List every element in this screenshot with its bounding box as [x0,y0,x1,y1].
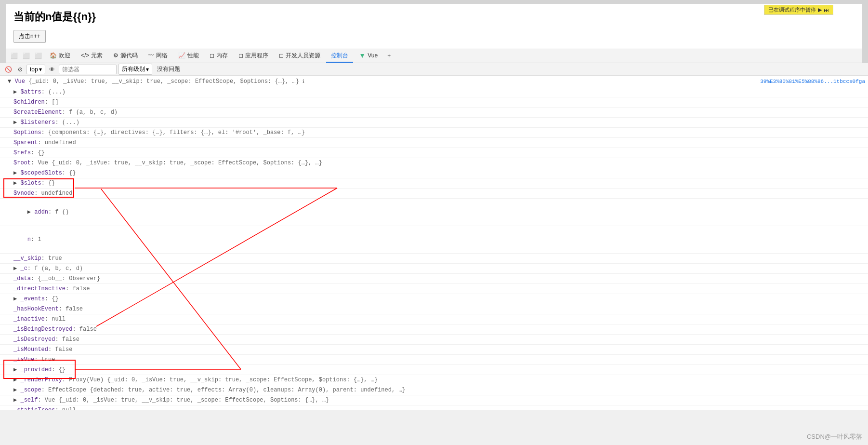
tab-performance[interactable]: 📈 性能 [173,50,204,63]
tab-sources[interactable]: ⚙ 源代码 [108,50,143,63]
debugger-text: 已在调试程序中暂停 [768,6,816,13]
page-content: 已在调试程序中暂停 ▶ ⏭ 当前的n值是{{n}} 点击n++ [6,4,862,49]
console-content[interactable]: ▼ Vue {_uid: 0, _isVue: true, __v_skip: … [0,76,868,410]
tab-devresources[interactable]: ◻ 开发人员资源 [274,50,325,63]
console-line-29: ▶ _self: Vue {_uid: 0, _isVue: true, __v… [0,395,868,405]
step-icon[interactable]: ⏭ [824,7,829,13]
browser-top: 已在调试程序中暂停 ▶ ⏭ 当前的n值是{{n}} 点击n++ ⬜ ⬜ ⬜ 🏠 … [0,0,868,63]
level-label: 所有级别 [122,65,145,73]
console-line-19[interactable]: ▶ _events: {} [0,294,868,304]
console-line-28: ▶ _scope: EffectScope {detached: true, a… [0,385,868,395]
level-dropdown[interactable]: 所有级别 ▾ [118,64,152,75]
console-line-8: $refs: {} [0,148,868,158]
tab-elements[interactable]: </> 元素 [76,50,107,63]
increment-button[interactable]: 点击n++ [13,30,46,43]
vue-logo-icon: ▼ [359,52,366,59]
tab-performance-label: 性能 [187,52,199,60]
devtools-tabs-bar: ⬜ ⬜ ⬜ 🏠 欢迎 </> 元素 ⚙ 源代码 〰 网络 📈 性能 ◻ 内存 [6,49,862,63]
level-chevron: ▾ [146,66,149,73]
page-title: 当前的n值是{{n}} [13,10,855,24]
tab-memory-label: 内存 [216,52,228,60]
tab-application-label: 应用程序 [245,52,268,60]
tab-vue[interactable]: ▼ Vue [354,50,382,62]
top-dropdown[interactable]: top ▾ [26,65,45,74]
console-line-22: _isBeingDestroyed: false [0,324,868,335]
console-line-26[interactable]: ▶ _provided: {} [0,365,868,375]
tab-console-label: 控制台 [331,52,348,60]
console-line-10[interactable]: ▶ $scopedSlots: {} [0,168,868,178]
console-line-1[interactable]: ▼ Vue {_uid: 0, _isVue: true, __v_skip: … [0,77,868,87]
line-1-text: ▼ Vue {_uid: 0, _isVue: true, __v_skip: … [8,77,304,86]
console-line-12: $vnode: undefined [0,189,868,199]
console-toolbar: 🚫 ⊘ top ▾ 👁 所有级别 ▾ 没有问题 [0,63,868,76]
tab-memory[interactable]: ◻ 内存 [205,50,233,63]
undock-icon[interactable]: ⬜ [33,52,44,60]
home-icon: 🏠 [50,52,57,59]
top-dropdown-chevron: ▾ [39,66,42,73]
console-line-11[interactable]: ▶ $slots: {} [0,178,868,189]
console-line-15: __v_skip: true [0,254,868,264]
filter-input[interactable] [59,65,117,74]
source-link[interactable]: 39%E3%80%81%E5%88%86...1tbccs0fga [760,77,865,86]
sources-icon: ⚙ [113,52,118,59]
console-line-4: $createElement: f (a, b, c, d) [0,108,868,118]
clear-console-button[interactable]: 🚫 [3,65,14,74]
console-line-24: _isMounted: false [0,345,868,355]
eye-button[interactable]: 👁 [47,65,57,74]
tab-devresources-label: 开发人员资源 [286,52,320,60]
console-line-13[interactable]: ▶ addn: f () [0,199,868,226]
console-line-25: _isVue: true [0,355,868,365]
console-line-18: _directInactive: false [0,284,868,294]
perf-icon: 📈 [178,52,185,59]
console-line-23: _isDestroyed: false [0,335,868,345]
tab-console[interactable]: 控制台 [326,50,353,63]
console-line-30: _staticTrees: null [0,405,868,410]
play-icon[interactable]: ▶ [818,7,822,13]
filter-toggle-button[interactable]: ⊘ [16,65,25,74]
console-line-21: _inactive: null [0,314,868,324]
console-line-14: n: 1 [0,226,868,254]
add-tab-button[interactable]: + [383,51,395,61]
tab-sources-label: 源代码 [120,52,138,60]
debugger-bar: 已在调试程序中暂停 ▶ ⏭ [764,5,833,15]
console-line-9: $root: Vue {_uid: 0, _isVue: true, __v_s… [0,158,868,168]
dock-icon[interactable]: ⬜ [9,52,20,60]
tab-welcome[interactable]: 🏠 欢迎 [45,50,75,63]
tab-network-label: 网络 [156,52,168,60]
tab-application[interactable]: ◻ 应用程序 [234,50,273,63]
console-line-27: ▶ _renderProxy: Proxy(Vue) {_uid: 0, _is… [0,375,868,385]
tab-welcome-label: 欢迎 [59,52,70,60]
console-line-17: _data: {__ob__: Observer} [0,274,868,284]
top-label: top [30,66,38,73]
tab-elements-label: 元素 [91,52,103,60]
network-icon: 〰 [148,52,154,59]
no-issues-label: 没有问题 [154,64,183,74]
tab-vue-label: Vue [368,52,378,59]
console-line-20: _hasHookEvent: false [0,304,868,314]
console-line-16[interactable]: ▶ _c: f (a, b, c, d) [0,264,868,274]
dock-side-icon[interactable]: ⬜ [21,52,32,60]
console-line-7: $parent: undefined [0,138,868,148]
console-line-3: $children: [] [0,97,868,108]
elements-icon: </> [81,52,89,59]
console-line-2[interactable]: ▶ $attrs: (...) [0,87,868,97]
app-icon: ◻ [238,52,243,59]
devtools-icons-left: ⬜ ⬜ ⬜ [9,52,44,60]
tab-network[interactable]: 〰 网络 [144,50,172,63]
devres-icon: ◻ [279,52,284,59]
console-line-6: $options: {components: {…}, directives: … [0,128,868,138]
console-line-5[interactable]: ▶ $listeners: (...) [0,118,868,128]
memory-icon: ◻ [210,52,214,59]
